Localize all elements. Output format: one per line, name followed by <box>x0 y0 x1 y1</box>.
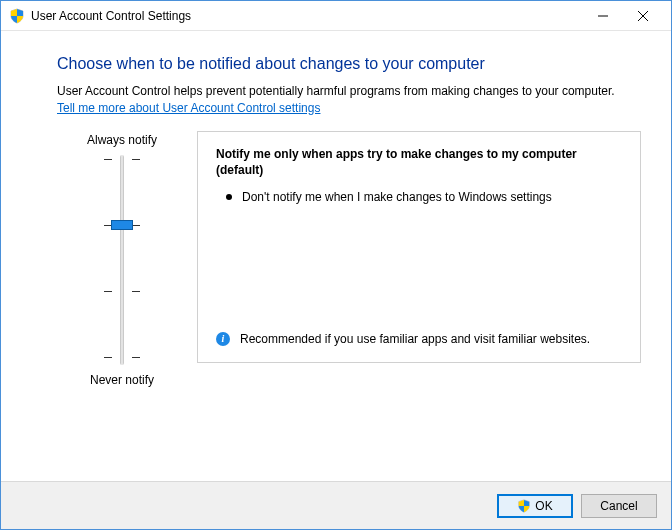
help-link[interactable]: Tell me more about User Account Control … <box>57 101 320 115</box>
slider-column: Always notify Never notify <box>57 131 187 395</box>
info-icon: i <box>216 332 230 346</box>
bullet-text: Don't notify me when I make changes to W… <box>242 189 552 206</box>
bullet-icon <box>226 194 232 200</box>
slider-bottom-label: Never notify <box>90 373 154 387</box>
slider-thumb[interactable] <box>111 220 133 230</box>
minimize-button[interactable] <box>583 2 623 30</box>
page-heading: Choose when to be notified about changes… <box>57 55 641 73</box>
uac-window: User Account Control Settings Choose whe… <box>0 0 672 530</box>
content-area: Choose when to be notified about changes… <box>1 31 671 481</box>
detail-title: Notify me only when apps try to make cha… <box>216 146 622 180</box>
window-title: User Account Control Settings <box>31 9 583 23</box>
ok-label: OK <box>535 499 552 513</box>
titlebar: User Account Control Settings <box>1 1 671 31</box>
slider-top-label: Always notify <box>87 133 157 147</box>
notification-slider[interactable] <box>102 155 142 365</box>
detail-panel: Notify me only when apps try to make cha… <box>197 131 641 363</box>
cancel-button[interactable]: Cancel <box>581 494 657 518</box>
shield-icon <box>9 8 25 24</box>
page-subtext: User Account Control helps prevent poten… <box>57 83 641 117</box>
body-row: Always notify Never notify Notify me onl… <box>57 131 641 395</box>
footer: OK Cancel <box>1 481 671 529</box>
slider-tick <box>104 291 140 292</box>
shield-icon <box>517 499 531 513</box>
subtext-text: User Account Control helps prevent poten… <box>57 84 615 98</box>
slider-rail <box>120 155 124 365</box>
recommendation-text: Recommended if you use familiar apps and… <box>240 331 590 348</box>
slider-tick <box>104 357 140 358</box>
cancel-label: Cancel <box>600 499 637 513</box>
detail-bullet: Don't notify me when I make changes to W… <box>226 189 622 206</box>
recommendation-row: i Recommended if you use familiar apps a… <box>216 331 622 348</box>
close-button[interactable] <box>623 2 663 30</box>
slider-tick <box>104 159 140 160</box>
ok-button[interactable]: OK <box>497 494 573 518</box>
